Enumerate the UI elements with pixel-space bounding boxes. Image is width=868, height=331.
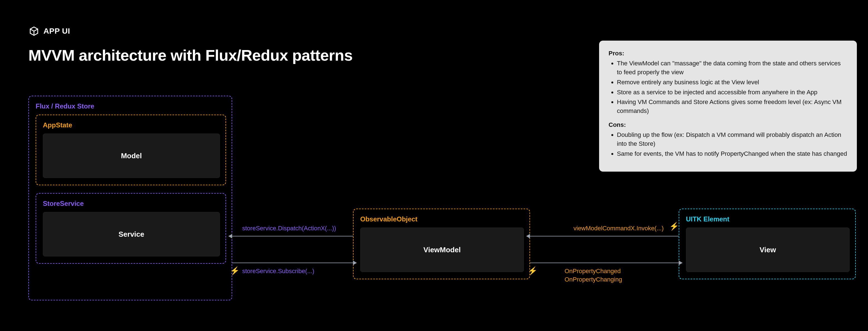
store-container: Flux / Redux Store AppState Model StoreS… [28,96,232,300]
cons-item: Doubling up the flow (ex: Dispatch a VM … [617,130,847,148]
cons-item: Same for events, the VM has to notify Pr… [617,150,847,158]
arrow-subscribe-label: storeService.Subscribe(...) [242,268,314,275]
cube-icon [29,26,39,36]
pros-item: Store as a service to be injected and ac… [617,88,847,97]
brand: APP UI [29,26,70,36]
service-label: Service [119,230,145,239]
store-label: Flux / Redux Store [36,102,225,110]
appstate-container: AppState Model [36,114,226,185]
arrow-subscribe [232,263,353,263]
cons-list: Doubling up the flow (ex: Dispatch a VM … [617,130,847,158]
arrow-onchanging-label: OnPropertyChanging [564,276,622,283]
pros-item: Having VM Commands and Store Actions giv… [617,98,847,115]
arrow-propertychanged-head [679,261,683,265]
bolt-icon: ⚡ [669,223,679,230]
page-title: MVVM architecture with Flux/Redux patter… [28,46,353,64]
viewmodel-label: ViewModel [424,245,461,254]
pros-heading: Pros: [609,50,624,57]
uitk-label: UITK Element [686,215,848,223]
model-label: Model [121,152,142,160]
view-block: View [686,228,849,272]
arrow-dispatch-label: storeService.Dispatch(ActionX(...)) [242,225,336,232]
model-block: Model [43,134,220,178]
pros-item: Remove entirely any business logic at th… [617,78,847,87]
service-block: Service [43,212,220,257]
arrow-invoke-head [526,234,530,238]
cons-heading: Cons: [609,121,626,128]
pros-list: The ViewModel can "massage" the data com… [617,59,847,115]
bolt-icon: ⚡ [230,267,240,275]
viewmodel-block: ViewModel [360,228,524,272]
arrow-invoke [530,236,679,236]
bolt-icon: ⚡ [528,267,537,275]
arrow-onchanged-label: OnPropertyChanged [564,268,621,275]
storeservice-container: StoreService Service [36,193,226,264]
view-label: View [760,245,776,254]
pros-item: The ViewModel can "massage" the data com… [617,59,847,77]
arrow-subscribe-head [353,261,357,265]
observable-container: ObservableObject ViewModel [353,209,530,279]
storeservice-label: StoreService [43,200,219,207]
notes-card: Pros: The ViewModel can "massage" the da… [599,41,857,172]
observable-label: ObservableObject [360,215,523,223]
appstate-label: AppState [43,121,219,129]
uitk-container: UITK Element View [679,209,856,279]
arrow-propertychanged [530,263,679,263]
arrow-invoke-label: viewModelCommandX.Invoke(...) [574,225,664,232]
brand-text: APP UI [43,27,70,36]
arrow-dispatch [232,236,353,236]
arrow-dispatch-head [228,234,232,238]
